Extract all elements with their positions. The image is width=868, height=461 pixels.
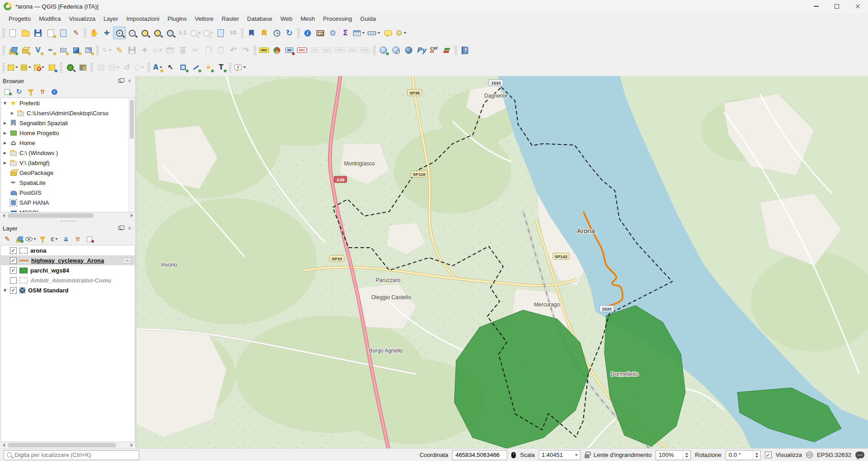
expand-arrow[interactable]: ▶ [3, 151, 7, 155]
zoom-last-button[interactable] [189, 27, 202, 39]
layer-close-button[interactable] [126, 225, 133, 232]
toolbar-grip[interactable] [2, 62, 5, 72]
toolbar-grip[interactable] [96, 45, 99, 55]
refresh-browser-button[interactable]: ↻ [14, 87, 24, 97]
add-group-button[interactable] [14, 234, 24, 244]
expand-all-button[interactable]: ⇊ [61, 234, 71, 244]
spin-up-icon[interactable] [755, 452, 758, 454]
browser-item-drive-c[interactable]: ▶C:\ (Windows ) [1, 148, 135, 158]
menu-guida[interactable]: Guida [356, 14, 380, 24]
browser-item-corso-folder[interactable]: ▶C:\Users\Admin\Desktop\Corso [1, 108, 135, 118]
layer-checkbox[interactable]: ✓ [10, 247, 17, 254]
coordinate-input[interactable] [452, 450, 507, 460]
data-source-manager-button[interactable] [6, 44, 19, 56]
dropdown-arrow-icon[interactable] [243, 66, 246, 68]
layer-item-osm-standard[interactable]: ▼✓OSM Standard [1, 285, 135, 295]
browser-item-mssql[interactable]: MSSQL [1, 207, 135, 212]
identify-features-button[interactable]: i [301, 27, 314, 39]
vertex-tool-button[interactable]: ◇ [151, 44, 164, 56]
spin-down-icon[interactable] [685, 456, 688, 457]
expand-arrow[interactable]: ▶ [3, 161, 7, 165]
temporal-controller-button[interactable] [270, 27, 283, 39]
map-tips-text-button[interactable]: T [233, 61, 247, 74]
pin-unpin-labels-button[interactable]: ab [308, 44, 321, 56]
minimize-button[interactable] [806, 0, 826, 13]
show-spatial-bookmarks-button[interactable] [245, 27, 258, 39]
toolbar-grip[interactable] [297, 28, 300, 38]
menu-impostazioni[interactable]: Impostazioni [122, 14, 163, 24]
create-text-annotation-button[interactable]: T [215, 61, 227, 74]
zoom-to-selection-button[interactable] [151, 27, 164, 39]
toolbar-grip[interactable] [254, 45, 256, 55]
current-edits-button[interactable]: ✎ [100, 44, 113, 56]
menu-database[interactable]: Database [243, 14, 277, 24]
filter-browser-button[interactable] [25, 87, 36, 97]
crs-globe-icon[interactable] [806, 452, 813, 458]
pan-map-button[interactable]: ✋ [88, 27, 100, 39]
layer-float-button[interactable] [117, 225, 124, 232]
processing-toolbox-button[interactable]: ⚙ [326, 27, 339, 39]
toggle-editing-button[interactable]: ✎ [113, 44, 126, 56]
scroll-right-button[interactable] [129, 213, 135, 219]
layer-item-highway-cycleway-arona[interactable]: ✓highway_cycleway_Arona [1, 255, 135, 265]
new-map-view-button[interactable] [214, 27, 227, 39]
zoom-out-button[interactable]: − [126, 27, 138, 39]
maximize-button[interactable] [826, 0, 847, 13]
layer-item-parchi-wgs84[interactable]: ✓parchi_wgs84 [1, 265, 135, 275]
memory-layer-indicator-icon[interactable] [123, 258, 131, 263]
create-marker-annotation-button[interactable]: ★ [202, 61, 215, 74]
split-features-button[interactable] [133, 61, 146, 74]
zoom-full-extent-button[interactable] [138, 27, 151, 39]
remove-layer-button[interactable] [84, 234, 95, 244]
magnifier-spinbox[interactable]: 100% [656, 450, 691, 460]
browser-item-geopackage[interactable]: GeoPackage [1, 168, 135, 178]
scrollbar-thumb[interactable] [130, 100, 134, 139]
layer-labeling-button[interactable]: abc [258, 44, 270, 56]
browser-item-home[interactable]: ▶⌂Home [1, 138, 135, 148]
zoom-to-layer-button[interactable] [164, 27, 176, 39]
locator-input[interactable] [14, 452, 136, 458]
scrollbar-thumb[interactable] [8, 443, 116, 447]
browser-horizontal-scrollbar[interactable] [0, 212, 135, 219]
layer-checkbox[interactable]: ✓ [10, 267, 17, 274]
deselect-features-button[interactable] [33, 61, 46, 74]
refresh-map-button[interactable]: ↻ [283, 27, 296, 39]
pan-to-selection-button[interactable]: ✚ [100, 27, 113, 39]
toolbar-grip[interactable] [2, 28, 5, 38]
layer-horizontal-scrollbar[interactable] [0, 442, 135, 448]
scroll-right-button[interactable] [129, 442, 135, 448]
move-feature-button[interactable] [107, 61, 121, 74]
dropdown-arrow-icon[interactable] [404, 32, 406, 34]
render-checkbox[interactable]: ✓ [765, 452, 772, 458]
locator-box[interactable] [4, 450, 139, 460]
scale-combo[interactable]: 1:40451 [539, 450, 580, 460]
undo-button[interactable]: ↶ [227, 44, 240, 56]
project-save-button[interactable] [32, 27, 44, 39]
expand-arrow[interactable]: ▼ [3, 101, 7, 105]
new-geopackage-layer-button[interactable] [19, 44, 32, 56]
menu-mesh[interactable]: Mesh [297, 14, 319, 24]
search-plugin-button[interactable] [402, 44, 415, 56]
add-feature-button[interactable]: ✚ [138, 44, 151, 56]
pin-labels-button[interactable]: ab [283, 44, 296, 56]
manage-map-themes-button[interactable] [25, 234, 36, 244]
browser-item-home-progetto[interactable]: ▶Home Progetto [1, 128, 135, 138]
highlight-pinned-labels-button[interactable]: abc [296, 44, 308, 56]
new-virtual-layer-button[interactable] [70, 44, 82, 56]
zoom-native-button[interactable]: 1:1 [176, 27, 189, 39]
copy-features-button[interactable] [202, 44, 214, 56]
spin-down-icon[interactable] [755, 456, 758, 457]
browser-item-sap-hana[interactable]: SAP HANA [1, 198, 135, 207]
layer-checkbox[interactable]: ✓ [10, 287, 17, 294]
scroll-left-button[interactable] [1, 442, 7, 448]
close-button[interactable] [847, 0, 868, 13]
messages-button[interactable] [855, 452, 864, 458]
menu-processing[interactable]: Processing [319, 14, 356, 24]
dropdown-arrow-icon[interactable] [33, 238, 36, 240]
dropdown-arrow-icon[interactable] [55, 238, 58, 240]
open-attribute-table-button[interactable] [352, 27, 366, 39]
toolbar-grip[interactable] [229, 62, 231, 72]
crs-label[interactable]: EPSG:32632 [817, 452, 851, 458]
browser-item-spatialite[interactable]: ✒SpatiaLite [1, 178, 135, 188]
toolbar-grip[interactable] [60, 62, 62, 72]
